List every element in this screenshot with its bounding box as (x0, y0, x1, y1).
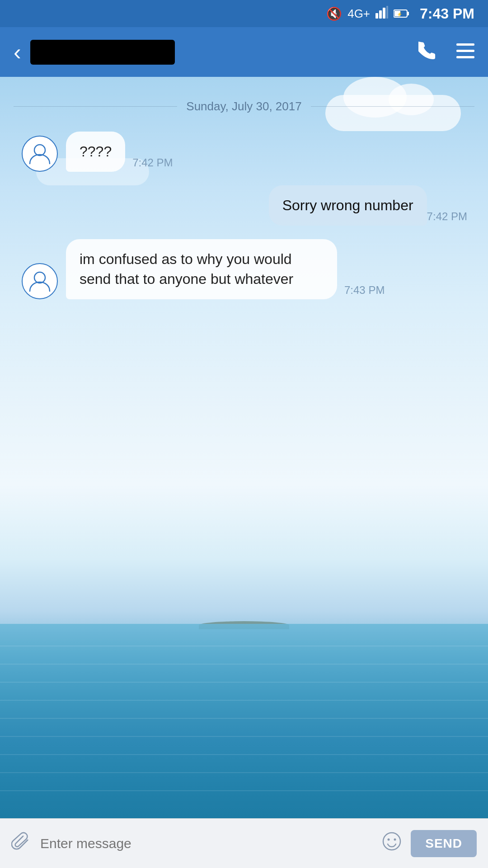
messages-container: Sunday, July 30, 2017 ???? 7:42 PM 7:42 … (0, 77, 488, 818)
svg-point-14 (388, 838, 390, 840)
message-bubble: ???? (66, 132, 125, 172)
avatar (22, 263, 58, 299)
svg-rect-2 (383, 8, 385, 19)
back-button[interactable]: ‹ (14, 41, 21, 63)
message-input[interactable] (40, 828, 373, 859)
date-line-left (14, 106, 177, 107)
phone-icon[interactable] (418, 40, 438, 64)
status-icons: 🔇 4G+ ⚡ 7:43 PM (326, 5, 474, 22)
svg-point-12 (34, 272, 45, 283)
attach-icon[interactable] (11, 831, 31, 856)
input-bar: SEND (0, 818, 488, 868)
svg-rect-3 (386, 6, 388, 19)
date-label: Sunday, July 30, 2017 (186, 99, 301, 113)
message-time: 7:42 PM (132, 156, 173, 169)
svg-rect-0 (375, 13, 378, 19)
svg-point-13 (383, 833, 400, 850)
date-divider: Sunday, July 30, 2017 (14, 99, 474, 113)
message-time: 7:42 PM (427, 210, 467, 223)
message-row: 7:42 PM Sorry wrong number (14, 185, 474, 226)
emoji-icon[interactable] (382, 831, 402, 856)
svg-rect-10 (456, 56, 474, 58)
header-actions (418, 40, 474, 64)
app-header: ‹ (0, 27, 488, 77)
status-bar: 🔇 4G+ ⚡ 7:43 PM (0, 0, 488, 27)
svg-point-11 (34, 145, 45, 156)
date-line-right (311, 106, 474, 107)
signal-bars-icon (375, 6, 388, 22)
message-time: 7:43 PM (344, 284, 385, 297)
send-button[interactable]: SEND (411, 830, 477, 857)
menu-icon[interactable] (456, 41, 474, 63)
chat-area: Sunday, July 30, 2017 ???? 7:42 PM 7:42 … (0, 77, 488, 818)
svg-text:⚡: ⚡ (397, 11, 403, 17)
battery-icon: ⚡ (394, 9, 410, 18)
svg-rect-9 (456, 50, 474, 52)
message-bubble: Sorry wrong number (269, 185, 427, 226)
svg-rect-1 (379, 10, 382, 19)
svg-point-15 (394, 838, 396, 840)
contact-name-redacted (30, 40, 175, 65)
message-row: ???? 7:42 PM (14, 132, 474, 172)
message-row: im confused as to why you would send tha… (14, 239, 474, 300)
svg-rect-8 (456, 43, 474, 46)
avatar (22, 136, 58, 172)
svg-rect-5 (407, 12, 409, 15)
message-bubble: im confused as to why you would send tha… (66, 239, 337, 300)
status-time: 7:43 PM (420, 5, 474, 22)
signal-text: 4G+ (347, 7, 370, 21)
mute-icon: 🔇 (326, 6, 342, 21)
